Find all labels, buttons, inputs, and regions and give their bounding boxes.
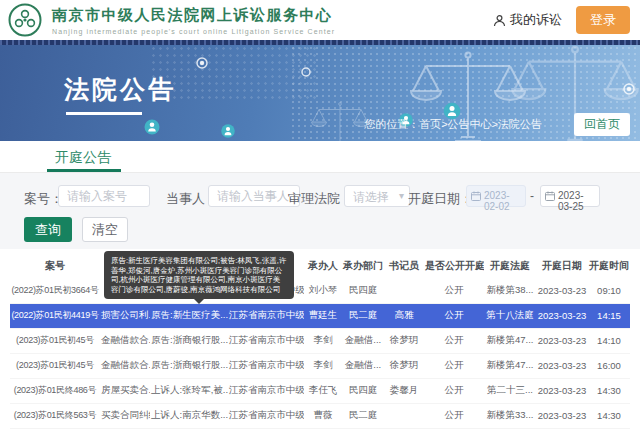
table-cell: 江苏省南京市中级... [228,403,304,428]
party-tooltip: 原告:新生医疗美容集团有限公司;被告:林凤飞,张遥,许善华,郑俊河,唐金炉,苏州… [104,251,294,299]
table-cell: 2023-03-23 [536,328,588,353]
table-cell: 曹薇 [304,403,342,428]
party-tooltip-text: 原告:新生医疗美容集团有限公司;被告:林凤飞,张遥,许善华,郑俊河,唐金炉,苏州… [111,256,286,294]
party-input[interactable] [208,185,300,207]
topbar: 南京市中级人民法院网上诉讼服务中心 Nanjing intermediate p… [0,0,640,40]
table-cell: 第十八法庭 [484,303,536,328]
clear-button[interactable]: 清空 [82,217,128,242]
calendar-icon [545,191,555,201]
table-cell: 公开 [424,378,484,403]
table-body: (2022)苏01民初3664号江苏省南京市中级...刘小琴民四庭公开新楼第38… [10,278,630,428]
network-node-icons [197,58,634,94]
table-cell: 李剑 [304,353,342,378]
table-head-row: 案号案由当事人审理法院承办人承办部门书记员是否公开开庭开庭法庭开庭日期开庭时间 [10,253,630,278]
table-cell: (2022)苏01民初4419号 [10,303,100,328]
hearing-date-end-input[interactable]: 2023-03-25 [540,185,600,207]
user-icon [493,14,506,27]
search-button[interactable]: 查询 [24,217,72,242]
announcement-table: 案号案由当事人审理法院承办人承办部门书记员是否公开开庭开庭法庭开庭日期开庭时间 … [10,253,630,429]
hearing-date-start-value: 2023-02-02 [484,190,510,212]
table-cell: 徐梦玥 [384,328,424,353]
table-row[interactable]: (2023)苏01民终563号买卖合同纠纷上诉人:南京华数...江苏省南京市中级… [10,403,630,428]
table-cell: 江苏省南京市中级... [228,303,304,328]
table-cell: 金融借... [342,353,384,378]
table-cell: 房屋买卖合... [100,378,150,403]
table-cell: 原告:新生医疗美... [150,303,228,328]
date-range-separator: - [530,189,534,203]
filter-panel: 案号： 当事人： 审理法院： 请选择 ▾ 开庭日期： 2023-02-02 - … [0,173,640,249]
table-cell: (2023)苏01民终486号 [10,378,100,403]
table-cell: 公开 [424,328,484,353]
column-header: 是否公开开庭 [424,253,484,278]
table-row[interactable]: (2023)苏01民初45号金融借款合...原告:浙商银行股...江苏省南京市中… [10,353,630,378]
table-row[interactable]: (2023)苏01民终486号房屋买卖合...上诉人:张玲军,被...江苏省南京… [10,378,630,403]
hearing-date-start-input[interactable]: 2023-02-02 [466,185,526,207]
table-cell: 公开 [424,403,484,428]
table-cell: 李任飞 [304,378,342,403]
column-header: 承办部门 [342,253,384,278]
table-cell: 江苏省南京市中级... [228,353,304,378]
table-cell: 徐梦玥 [384,353,424,378]
back-home-button[interactable]: 回首页 [574,113,630,136]
calendar-icon [471,191,481,201]
table-cell: (2023)苏01民终563号 [10,403,100,428]
site-title-block: 南京市中级人民法院网上诉讼服务中心 Nanjing intermediate p… [52,6,335,35]
table-cell: 金融借... [342,328,384,353]
table-cell: 公开 [424,303,484,328]
site-title: 南京市中级人民法院网上诉讼服务中心 [52,6,335,25]
column-header: 开庭法庭 [484,253,536,278]
table-cell: 江苏省南京市中级... [228,328,304,353]
column-header: 案号 [10,253,100,278]
table-cell: 民四庭 [342,378,384,403]
table-cell: 金融借款合... [100,328,150,353]
chevron-down-icon: ▾ [399,190,404,201]
court-select[interactable]: 请选择 ▾ [344,185,410,207]
table-cell: 新楼第38... [484,278,536,303]
table-cell: 14:30 [588,403,630,428]
table-cell: 原告:浙商银行股... [150,353,228,378]
tab-bar: 开庭公告 [0,141,640,173]
table-cell: 14:15 [588,303,630,328]
table-cell: 2023-03-23 [536,303,588,328]
table-row[interactable]: (2022)苏01民初4419号损害公司利...原告:新生医疗美...江苏省南京… [10,303,630,328]
table-cell: 公开 [424,278,484,303]
table-cell: 16:00 [588,353,630,378]
title-underline [66,112,142,115]
table-cell: 高雅 [384,303,424,328]
table-cell: 曹廷生 [304,303,342,328]
hearing-date-end-value: 2023-03-25 [558,190,584,212]
table-cell [384,278,424,303]
column-header: 书记员 [384,253,424,278]
table-cell: 上诉人:南京华数... [150,403,228,428]
table-cell: 江苏省南京市中级... [228,378,304,403]
my-litigation-label: 我的诉讼 [510,11,562,29]
table-cell: 公开 [424,353,484,378]
announcement-table-section: 案号案由当事人审理法院承办人承办部门书记员是否公开开庭开庭法庭开庭日期开庭时间 … [0,249,640,429]
table-cell: (2022)苏01民初3664号 [10,278,100,303]
table-cell: 第二十三... [484,378,536,403]
table-cell: 原告:浙商银行股... [150,328,228,353]
table-cell: 民二庭 [342,403,384,428]
table-cell: 新楼第47... [484,353,536,378]
hearing-date-label: 开庭日期： [408,190,473,208]
table-cell: 李剑 [304,328,342,353]
login-button[interactable]: 登录 [576,6,630,34]
table-cell: 新楼第47... [484,328,536,353]
table-cell: 2023-03-23 [536,403,588,428]
table-cell: 14:30 [588,378,630,403]
case-number-input[interactable] [58,185,150,207]
table-cell: 刘小琴 [304,278,342,303]
table-cell: 上诉人:张玲军,被... [150,378,228,403]
my-litigation-link[interactable]: 我的诉讼 [493,11,562,29]
court-select-placeholder: 请选择 [353,190,389,204]
court-logo-icon[interactable] [8,3,42,37]
column-header: 承办人 [304,253,342,278]
banner: 法院公告 您的位置：首页>公告中心>法院公告 回首页 [0,45,640,141]
site-subtitle: Nanjing intermediate people's court onli… [52,28,335,35]
table-cell: (2023)苏01民初45号 [10,328,100,353]
table-cell: 金融借款合... [100,353,150,378]
tab-hearing-announcements[interactable]: 开庭公告 [55,149,111,167]
table-cell: 损害公司利... [100,303,150,328]
table-row[interactable]: (2022)苏01民初3664号江苏省南京市中级...刘小琴民四庭公开新楼第38… [10,278,630,303]
table-row[interactable]: (2023)苏01民初45号金融借款合...原告:浙商银行股...江苏省南京市中… [10,328,630,353]
